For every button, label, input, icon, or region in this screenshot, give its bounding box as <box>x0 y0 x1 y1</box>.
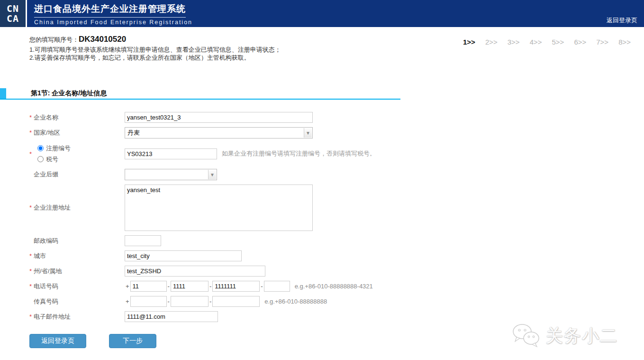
city-input[interactable] <box>125 250 242 261</box>
id-number-row: * 注册编号 税号 如果企业有注册编号请填写注册编号，否则请填写税号。 <box>29 143 503 165</box>
country-selected-value: 丹麦 <box>127 129 140 137</box>
state-row: *州/省/属地 <box>29 266 503 277</box>
phone-label: 电话号码 <box>34 283 58 290</box>
step-6[interactable]: 6>> <box>574 38 586 46</box>
required-icon: * <box>29 313 32 320</box>
suffix-label: 企业后缀 <box>34 171 58 178</box>
postcode-label: 邮政编码 <box>34 237 58 244</box>
reg-number-radio[interactable] <box>37 145 44 151</box>
fax-prefix: + <box>126 298 129 305</box>
app-title-zh: 进口食品境外生产企业注册管理系统 <box>34 3 186 18</box>
back-to-login-button[interactable]: 返回登录页 <box>29 334 86 348</box>
suffix-select[interactable]: ▼ <box>125 169 217 180</box>
chevron-down-icon[interactable]: ▼ <box>304 128 312 138</box>
address-label: 企业注册地址 <box>34 204 71 211</box>
company-name-row: *企业名称 <box>29 112 503 123</box>
state-label: 州/省/属地 <box>34 268 62 275</box>
back-to-login-link[interactable]: 返回登录页 <box>607 16 637 25</box>
tax-number-radio-option[interactable]: 税号 <box>37 155 71 164</box>
fax-area-input[interactable] <box>171 296 209 307</box>
postcode-row: 邮政编码 <box>29 235 503 246</box>
fax-country-input[interactable] <box>130 296 167 307</box>
country-select[interactable]: 丹麦 ▼ <box>125 127 313 138</box>
step-2[interactable]: 2>> <box>485 38 498 46</box>
step-1[interactable]: 1>> <box>463 38 475 46</box>
form-actions: 返回登录页 下一步 <box>29 334 156 348</box>
fax-example: e.g.+86-010-88888888 <box>264 298 327 305</box>
required-icon: * <box>29 129 32 136</box>
reg-number-radio-label: 注册编号 <box>46 144 71 153</box>
section-header: 第1节: 企业名称/地址信息 <box>0 88 400 100</box>
fax-row: 传真号码 + - - e.g.+86-010-88888888 <box>29 296 503 307</box>
fax-separator: - <box>209 298 211 305</box>
email-input[interactable] <box>125 311 218 322</box>
state-input[interactable] <box>125 266 265 277</box>
country-row: *国家/地区 丹麦 ▼ <box>29 127 503 138</box>
phone-area-input[interactable] <box>171 281 209 292</box>
phone-ext-input[interactable] <box>264 281 290 292</box>
step-7[interactable]: 7>> <box>596 38 608 46</box>
app-title-block: 进口食品境外生产企业注册管理系统 China Imported Food Ent… <box>34 3 192 26</box>
city-row: *城市 <box>29 250 503 261</box>
email-row: *电子邮件地址 <box>29 311 503 322</box>
step-4[interactable]: 4>> <box>530 38 542 46</box>
reg-number-input[interactable] <box>125 148 217 159</box>
required-icon: * <box>29 252 32 259</box>
logo-line1: CN <box>7 4 19 14</box>
fax-number-input[interactable] <box>212 296 260 307</box>
next-step-button[interactable]: 下一步 <box>109 334 156 348</box>
phone-country-input[interactable] <box>130 281 167 292</box>
postcode-input[interactable] <box>125 235 161 246</box>
info-line-2: 2.请妥善保存填写顺序号，如忘记，请联系企业所在国家（地区）主管机构获取。 <box>29 54 281 62</box>
phone-separator: - <box>209 283 211 290</box>
tax-number-radio-label: 税号 <box>46 155 58 164</box>
required-icon: * <box>29 204 32 211</box>
info-line-1: 1.可用填写顺序号登录该系统继续填写注册申请信息、查看企业已填写信息、注册申请状… <box>29 46 281 54</box>
tax-number-radio[interactable] <box>37 156 44 162</box>
company-name-label: 企业名称 <box>34 114 58 121</box>
required-icon: * <box>29 114 32 121</box>
step-8[interactable]: 8>> <box>618 38 631 46</box>
chevron-down-icon[interactable]: ▼ <box>208 170 216 179</box>
fax-separator: - <box>168 298 170 305</box>
address-row: *企业注册地址 yansen_test <box>29 185 503 231</box>
step-5[interactable]: 5>> <box>552 38 564 46</box>
city-label: 城市 <box>34 252 46 259</box>
reg-number-radio-option[interactable]: 注册编号 <box>37 144 71 153</box>
section-title: 第1节: 企业名称/地址信息 <box>31 89 107 98</box>
watermark: 关务小二 <box>512 323 618 348</box>
registration-form: *企业名称 *国家/地区 丹麦 ▼ * 注册编号 税号 如果企业有注册编号请 <box>29 112 503 326</box>
email-label: 电子邮件地址 <box>34 313 71 320</box>
section-marker <box>0 88 6 99</box>
country-label: 国家/地区 <box>34 129 60 136</box>
phone-example: e.g.+86-010-88888888-4321 <box>295 283 373 290</box>
address-textarea[interactable]: yansen_test <box>125 185 313 231</box>
required-icon: * <box>29 268 32 275</box>
required-icon: * <box>29 150 32 157</box>
app-header: CN CA 进口食品境外生产企业注册管理系统 China Imported Fo… <box>0 0 644 27</box>
cnca-logo: CN CA <box>0 0 27 27</box>
required-icon: * <box>29 283 32 290</box>
step-3[interactable]: 3>> <box>508 38 520 46</box>
step-indicator: 1>> 2>> 3>> 4>> 5>> 6>> 7>> 8>> <box>463 38 631 46</box>
phone-separator: - <box>261 283 263 290</box>
phone-number-input[interactable] <box>212 281 260 292</box>
sequence-label: 您的填写顺序号： <box>29 36 79 43</box>
sequence-info: 您的填写顺序号：DK34010520 1.可用填写顺序号登录该系统继续填写注册申… <box>29 35 281 62</box>
wechat-icon <box>512 323 541 348</box>
fax-label: 传真号码 <box>34 298 58 305</box>
phone-separator: - <box>168 283 170 290</box>
app-title-en: China Imported Food Enterprise Registrat… <box>34 19 192 26</box>
company-name-input[interactable] <box>125 112 313 123</box>
watermark-text: 关务小二 <box>546 324 618 348</box>
suffix-row: 企业后缀 ▼ <box>29 169 503 180</box>
phone-prefix: + <box>126 283 129 290</box>
phone-row: *电话号码 + - - - e.g.+86-010-88888888-4321 <box>29 281 503 292</box>
sequence-number: DK34010520 <box>79 35 126 44</box>
reg-number-hint: 如果企业有注册编号请填写注册编号，否则请填写税号。 <box>222 149 376 158</box>
logo-line2: CA <box>7 14 19 24</box>
